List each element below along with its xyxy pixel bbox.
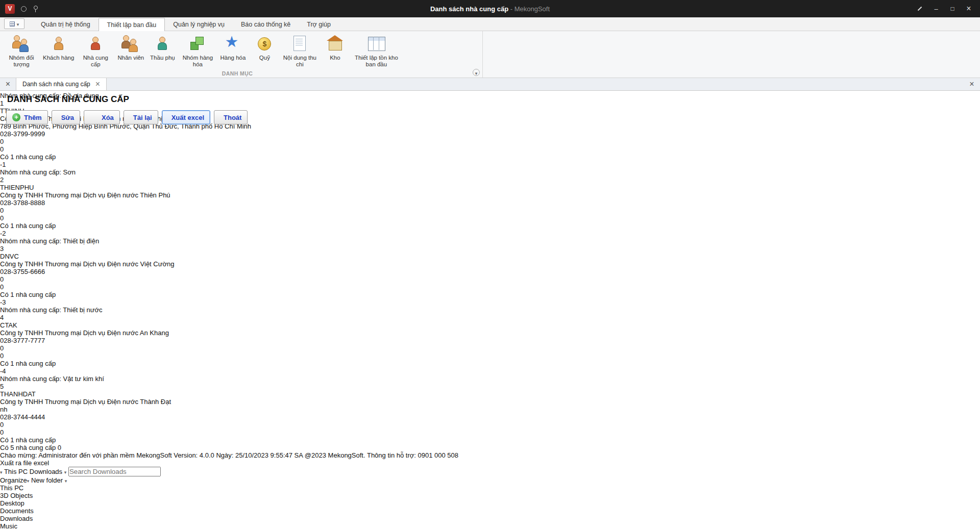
ribbon-tab-tro-giup[interactable]: Trợ giúp — [299, 18, 339, 31]
ribbon-group-label: DANH MỤC — [0, 70, 475, 77]
cell-cong-no[interactable]: 0 — [0, 214, 980, 222]
cell-dien-thoai[interactable]: 028-3755-6666 — [0, 268, 980, 275]
ribbon-tab-bao-cao-thong-ke[interactable]: Báo cáo thống kê — [233, 18, 299, 31]
breadcrumb-downloads[interactable]: Downloads — [30, 468, 62, 475]
ribbon-tab-quan-tri-he-thong[interactable]: Quản trị hệ thống — [33, 18, 99, 31]
pin-icon[interactable] — [33, 6, 38, 12]
summary-count: Có 5 nhà cung cấp — [0, 444, 56, 451]
cell-dia-chi[interactable]: nh — [0, 406, 980, 413]
delete-button[interactable]: Xóa — [84, 110, 120, 124]
app-logo[interactable] — [5, 4, 15, 14]
exit-button[interactable]: Thoát — [214, 110, 248, 124]
cell-ma[interactable]: THANHDAT — [0, 390, 980, 398]
sidebar-item-3d-objects[interactable]: 3D Objects — [0, 492, 980, 499]
group-row[interactable]: -3 Nhóm nhà cung cấp: Thiết bị nước — [0, 298, 980, 314]
customer-icon — [47, 34, 70, 54]
dialog-title-bar[interactable]: Xuất ra file excel — [0, 459, 980, 467]
cell-cong-no[interactable]: 0 — [0, 145, 980, 153]
organize-button[interactable]: Organize — [0, 476, 29, 484]
minimize-button[interactable] — [929, 2, 943, 15]
dialog-title: Xuất ra file excel — [0, 459, 49, 467]
close-button[interactable] — [962, 2, 976, 15]
row-number[interactable]: -2 — [0, 230, 980, 237]
cell-dinh-muc-no[interactable]: 0 — [0, 421, 980, 428]
table-row[interactable]: 2 THIENPHU Công ty TNHH Thương mại Dịch … — [0, 176, 980, 222]
cell-dien-thoai[interactable]: 028-3799-9999 — [0, 130, 980, 138]
ribbon-item-thau-phu[interactable]: Thầu phụ — [146, 33, 178, 61]
cell-cong-no[interactable]: 0 — [0, 283, 980, 291]
cell-cong-no[interactable]: 0 — [0, 352, 980, 360]
ring-icon[interactable] — [21, 6, 27, 12]
cell-ten[interactable]: Công ty TNHH Thương mại Dịch vụ Điện nướ… — [0, 329, 980, 337]
cell-dien-thoai[interactable]: 028-3788-8888 — [0, 199, 980, 207]
ribbon-tab-thiet-lap-ban-dau[interactable]: Thiết lập ban đầu — [99, 18, 165, 31]
grid-icon — [10, 21, 15, 27]
group-row[interactable]: -2 Nhóm nhà cung cấp: Thiết bị điện — [0, 230, 980, 245]
cell-ten[interactable]: Công ty TNHH Thương mại Dịch vụ Điện nướ… — [0, 191, 980, 199]
ribbon-item-quy[interactable]: Quỹ — [249, 33, 280, 61]
sidebar-item-downloads[interactable]: Downloads — [0, 515, 980, 522]
cell-ten[interactable]: Công ty TNHH Thương mại Dịch vụ Điện nướ… — [0, 398, 980, 406]
search-input[interactable] — [68, 467, 161, 476]
breadcrumb[interactable]: This PC Downloads — [4, 468, 68, 475]
edit-button[interactable]: Sửa — [52, 110, 80, 124]
cell-dinh-muc-no[interactable]: 0 — [0, 207, 980, 214]
row-number[interactable]: 5 — [0, 383, 980, 390]
cell-dinh-muc-no[interactable]: 0 — [0, 275, 980, 283]
action-toolbar: Thêm Sửa Xóa Tải lại Xuất excel Thoát — [0, 108, 980, 127]
add-button[interactable]: Thêm — [6, 110, 48, 124]
cell-ten[interactable]: Công ty TNHH Thương mại Dịch vụ Điện nướ… — [0, 260, 980, 268]
ribbon-item-nha-cung-cap[interactable]: Nhà cung cấp — [76, 33, 115, 67]
sidebar-item-desktop[interactable]: Desktop — [0, 499, 980, 507]
ribbon-item-nhom-doi-tuong[interactable]: Nhóm đối tượng — [2, 33, 41, 67]
cell-dien-thoai[interactable]: 028-3777-7777 — [0, 337, 980, 344]
table-row[interactable]: 3 DNVC Công ty TNHH Thương mại Dịch vụ Đ… — [0, 245, 980, 291]
group-dialog-launcher[interactable] — [473, 69, 480, 76]
ribbon-item-khach-hang[interactable]: Khách hàng — [41, 33, 76, 61]
row-number[interactable]: -4 — [0, 367, 980, 375]
row-number[interactable]: 4 — [0, 314, 980, 321]
ribbon-item-thiet-lap-ton-kho[interactable]: Thiết lập tồn kho ban đầu — [351, 33, 402, 67]
group-row[interactable]: -4 Nhóm nhà cung cấp: Vật tư kim khí — [0, 367, 980, 383]
row-number[interactable]: 2 — [0, 176, 980, 184]
row-number[interactable]: 3 — [0, 245, 980, 253]
reload-button[interactable]: Tải lại — [124, 110, 158, 124]
ribbon-item-nhan-vien[interactable]: Nhân viên — [115, 33, 146, 61]
row-number[interactable]: -3 — [0, 298, 980, 306]
close-tab-icon[interactable] — [95, 80, 100, 89]
sidebar-item-documents[interactable]: Documents — [0, 507, 980, 515]
ribbon-item-kho[interactable]: Kho — [319, 33, 351, 61]
row-number[interactable]: -1 — [0, 161, 980, 168]
ribbon-tab-quan-ly-nghiep-vu[interactable]: Quản lý nghiệp vụ — [165, 18, 233, 31]
cell-cong-no[interactable]: 0 — [0, 428, 980, 436]
table-row-selected[interactable]: 4 CTAK Công ty TNHH Thương mại Dịch vụ Đ… — [0, 314, 980, 360]
close-all-tabs-button[interactable] — [0, 78, 16, 90]
table-row[interactable]: 5 THANHDAT Công ty TNHH Thương mại Dịch … — [0, 383, 980, 436]
group-row[interactable]: -1 Nhóm nhà cung cấp: Sơn — [0, 161, 980, 176]
ribbon-menu-button[interactable] — [4, 18, 24, 29]
ribbon-item-noi-dung-thu-chi[interactable]: Nội dung thu chi — [280, 33, 319, 67]
cell-ma[interactable]: CTAK — [0, 321, 980, 329]
cell-dien-thoai[interactable]: 028-3744-4444 — [0, 413, 980, 421]
cell-dinh-muc-no[interactable]: 0 — [0, 344, 980, 352]
sidebar-item-this-pc[interactable]: This PC — [0, 484, 980, 492]
view-options-button[interactable] — [65, 476, 67, 484]
document-tab-bar: Danh sách nhà cung cấp — [0, 78, 980, 91]
search-box[interactable] — [68, 468, 161, 475]
address-dropdown-icon[interactable] — [64, 468, 67, 475]
close-tab-button-right[interactable] — [964, 78, 980, 90]
ribbon-item-nhom-hang-hoa[interactable]: Nhóm hàng hóa — [178, 33, 217, 67]
new-folder-button[interactable]: New folder — [31, 476, 63, 484]
breadcrumb-this-pc[interactable]: This PC — [4, 468, 28, 475]
resize-icon — [917, 6, 923, 12]
maximize-button[interactable] — [945, 2, 960, 15]
fullscreen-button[interactable] — [913, 2, 927, 15]
sidebar-item-music[interactable]: Music — [0, 522, 980, 530]
export-excel-button[interactable]: Xuất excel — [162, 110, 210, 124]
ribbon-item-hang-hoa[interactable]: Hàng hóa — [217, 33, 249, 61]
cell-dinh-muc-no[interactable]: 0 — [0, 138, 980, 145]
cell-ma[interactable]: DNVC — [0, 253, 980, 260]
history-dropdown[interactable] — [0, 468, 3, 475]
cell-ma[interactable]: THIENPHU — [0, 184, 980, 191]
tab-danh-sach-nha-cung-cap[interactable]: Danh sách nhà cung cấp — [16, 78, 107, 90]
